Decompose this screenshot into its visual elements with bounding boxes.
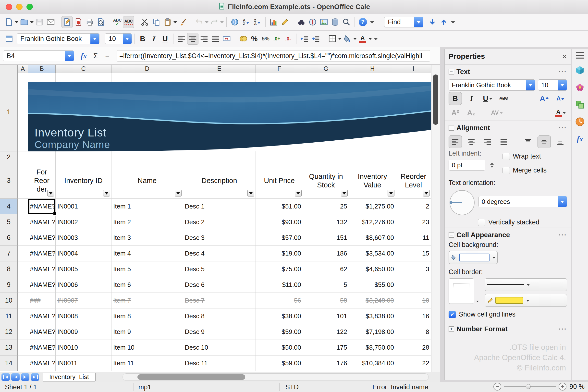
cell[interactable]: $11.00 [256,277,303,293]
cell[interactable]: 122 [303,324,349,340]
find-toolbar-options-chevron[interactable] [449,16,457,28]
cell[interactable]: #NAME? [28,262,56,277]
cell[interactable]: $8,750.00 [349,340,396,356]
show-cell-grid-lines-checkbox[interactable] [448,311,456,318]
cell[interactable]: $19.00 [256,246,303,262]
cell[interactable]: Item 7 [112,293,183,308]
sidebar-underline-button[interactable]: U [481,92,494,105]
cell[interactable] [112,152,183,163]
alignment-section-header[interactable]: − Alignment ··· [448,122,567,134]
sidebar-italic-button[interactable]: I [465,92,478,105]
table-header-cell[interactable]: Name [112,163,183,199]
cell[interactable]: #NAME? [28,340,56,356]
align-left-icon[interactable] [176,33,187,44]
align-center-icon[interactable] [187,33,198,44]
column-header[interactable]: H [349,65,396,73]
cell[interactable] [28,152,56,163]
align-top-button[interactable] [521,136,534,148]
cell[interactable]: 186 [303,246,349,262]
column-header[interactable]: F [256,65,303,73]
cell-appearance-section-header[interactable]: − Cell Appearance ··· [448,229,567,241]
cell-appearance-more-button[interactable]: ··· [558,231,567,239]
new-document-dropdown[interactable] [15,16,18,28]
sidebar-font-size-combo[interactable]: 10 [538,80,567,91]
autofilter-button[interactable] [295,190,302,196]
shrink-font-button[interactable]: A [554,92,567,105]
cell[interactable]: #NAME? [28,199,56,214]
cell[interactable] [18,356,28,371]
cell[interactable]: $8,607.00 [349,230,396,246]
cell[interactable]: 101 [303,308,349,324]
table-header-cell[interactable]: Inventory Value [349,163,396,199]
vertical-scrollbar-thumb[interactable] [433,74,438,125]
sidebar-bold-button[interactable]: B [448,92,462,105]
collapse-icon[interactable]: − [448,232,454,238]
cell[interactable]: IN0011 [56,356,112,371]
row-header[interactable]: 1 [0,73,18,152]
cell[interactable] [18,214,28,230]
show-draw-functions-icon[interactable] [279,16,290,28]
column-header[interactable]: G [303,65,349,73]
orientation-degrees-dropdown[interactable] [558,196,567,207]
sidebar-settings-icon[interactable] [576,52,584,58]
redo-dropdown[interactable] [220,16,224,28]
cell[interactable]: $59.00 [256,356,303,371]
cell[interactable]: Item 6 [112,277,183,293]
cell[interactable]: $59.00 [256,324,303,340]
vertical-scrollbar[interactable] [431,65,440,372]
cell[interactable]: 56 [256,293,303,308]
cell[interactable] [18,230,28,246]
horizontal-scrollbar-thumb[interactable] [138,374,245,380]
new-document-icon[interactable] [4,16,15,28]
cell[interactable]: $3,838.00 [349,308,396,324]
collapse-icon[interactable]: − [448,125,454,130]
cell[interactable] [303,152,349,163]
cell[interactable]: Desc 1 [183,199,256,214]
italic-icon[interactable]: I [148,33,160,44]
zoom-icon[interactable] [341,16,352,28]
cell[interactable]: Desc 2 [183,214,256,230]
help-icon[interactable]: ? [357,16,368,28]
table-header-cell[interactable]: Inventory ID [56,163,112,199]
cell[interactable]: Item 9 [112,324,183,340]
cell[interactable]: $10,384.00 [349,356,396,371]
font-name-dropdown[interactable] [90,34,99,44]
column-header[interactable]: C [56,65,112,73]
cell[interactable]: $4,650.00 [349,262,396,277]
cell[interactable]: 3 [396,262,431,277]
find-dropdown[interactable] [414,17,423,27]
cell[interactable]: $55.00 [349,277,396,293]
cell[interactable]: Desc 3 [183,230,256,246]
cell[interactable]: IN0008 [56,308,112,324]
number-format-more-button[interactable]: ··· [558,325,567,333]
cell-background-button[interactable] [448,251,498,264]
cell[interactable]: #NAME? [28,356,56,371]
data-sources-icon[interactable] [330,16,341,28]
cell[interactable] [18,340,28,356]
cell[interactable] [18,308,28,324]
cell[interactable]: ### [28,293,56,308]
function-wizard-icon[interactable]: fx [78,50,90,62]
table-header-cell[interactable]: Reorder Level [396,163,431,199]
column-header[interactable]: E [183,65,256,73]
sidebar-align-left-button[interactable] [448,136,462,148]
autofilter-button[interactable] [248,190,254,196]
cell[interactable] [18,199,28,214]
wrap-text-checkbox[interactable] [502,153,510,160]
cell[interactable]: $12,276.00 [349,214,396,230]
sidebar-font-color-button[interactable]: A [554,106,567,119]
format-paintbrush-icon[interactable] [177,16,188,28]
cell[interactable] [18,293,28,308]
export-pdf-icon[interactable] [73,16,84,28]
cell[interactable]: #NAME? [28,246,56,262]
cell[interactable]: 62 [303,262,349,277]
font-color-icon[interactable]: A [357,33,368,44]
cell[interactable]: Desc 5 [183,262,256,277]
row-header[interactable]: 10 [0,293,18,308]
autofilter-button[interactable] [103,190,110,196]
autofilter-button[interactable] [175,190,182,196]
cell[interactable]: #NAME? [28,308,56,324]
first-sheet-button[interactable] [2,374,10,381]
row-header[interactable]: 12 [0,324,18,340]
row-header[interactable]: 7 [0,246,18,262]
